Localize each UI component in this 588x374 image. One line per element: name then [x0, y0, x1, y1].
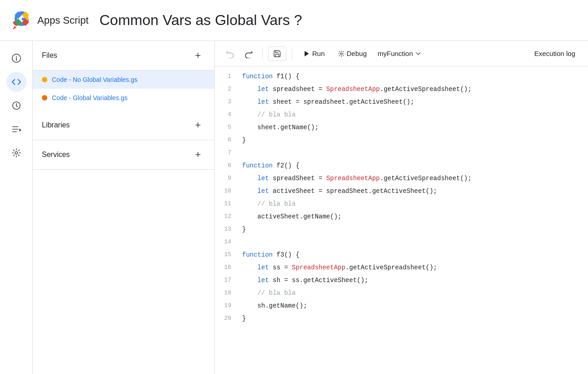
main-layout: Files + Code - No Global Variables.gs Co…	[0, 41, 588, 374]
file-item-global[interactable]: Code - Global Variables.gs	[33, 89, 214, 107]
code-line: 6}	[215, 134, 588, 147]
line-number: 11	[215, 197, 238, 210]
code-line: 10 let activeSheet = spreadSheet.getActi…	[215, 185, 588, 197]
code-line: 9 let spreadSheet = SpreadsheetApp.getAc…	[215, 172, 588, 185]
line-content: let ss = SpreadsheetApp.getActiveSpreads…	[238, 261, 588, 274]
file-dot-orange	[42, 95, 47, 101]
add-library-button[interactable]: +	[191, 118, 205, 132]
code-line: 13}	[215, 223, 588, 236]
libraries-section-header: Libraries +	[33, 111, 214, 140]
line-content: sh.getName();	[238, 299, 588, 312]
line-number: 1	[215, 70, 238, 83]
code-line: 5 sheet.getName();	[215, 121, 588, 134]
debug-button[interactable]: Debug	[332, 47, 372, 60]
file-item-no-global[interactable]: Code - No Global Variables.gs	[33, 71, 214, 89]
code-line: 1function f1() {	[215, 70, 588, 83]
logo-area: Apps Script	[11, 10, 89, 31]
line-content: // bla bla	[238, 108, 588, 121]
line-number: 12	[215, 210, 238, 223]
code-line: 17 let sh = ss.getActiveSheet();	[215, 274, 588, 287]
line-number: 13	[215, 223, 238, 236]
line-content: function f3() {	[238, 248, 588, 261]
code-line: 8function f2() {	[215, 159, 588, 172]
code-line: 11 // bla bla	[215, 197, 588, 210]
code-editor[interactable]: 1function f1() {2 let spreadsheet = Spre…	[215, 66, 588, 374]
redo-button[interactable]	[240, 46, 257, 61]
line-number: 7	[215, 147, 238, 159]
line-content: let sh = ss.getActiveSheet();	[238, 274, 588, 287]
line-number: 6	[215, 134, 238, 147]
execution-log-button[interactable]: Execution log	[529, 47, 581, 60]
toolbar-divider-2	[292, 48, 292, 59]
line-number: 8	[215, 159, 238, 172]
save-button[interactable]	[268, 46, 286, 61]
line-number: 2	[215, 83, 238, 96]
add-service-button[interactable]: +	[191, 147, 205, 162]
editor-toolbar: Run Debug myFunction Execution log	[215, 41, 588, 66]
line-content: let sheet = spreadsheet.getActiveSheet()…	[238, 96, 588, 108]
code-line: 2 let spreadsheet = SpreadsheetApp.getAc…	[215, 83, 588, 96]
add-file-button[interactable]: +	[191, 48, 205, 63]
line-number: 19	[215, 299, 238, 312]
line-number: 3	[215, 96, 238, 108]
function-selector[interactable]: myFunction	[374, 47, 426, 60]
line-content: }	[238, 312, 588, 325]
code-line: 20}	[215, 312, 588, 325]
file-name-no-global: Code - No Global Variables.gs	[52, 76, 137, 83]
code-line: 7	[215, 147, 588, 159]
info-sidebar-icon[interactable]	[6, 48, 26, 68]
line-number: 16	[215, 261, 238, 274]
line-content: function f1() {	[238, 70, 588, 83]
apps-script-logo	[11, 10, 33, 31]
line-number: 4	[215, 108, 238, 121]
svg-point-14	[15, 152, 18, 154]
svg-point-8	[15, 56, 16, 57]
line-number: 15	[215, 248, 238, 261]
triggers-sidebar-icon[interactable]	[6, 96, 26, 116]
svg-marker-13	[19, 128, 21, 131]
undo-button[interactable]	[222, 46, 238, 61]
settings-sidebar-icon[interactable]	[6, 143, 26, 163]
code-line: 14	[215, 236, 588, 248]
line-number: 17	[215, 274, 238, 287]
line-content: sheet.getName();	[238, 121, 588, 134]
line-content: // bla bla	[238, 197, 588, 210]
run-label: Run	[312, 50, 325, 57]
line-content: function f2() {	[238, 159, 588, 172]
debug-label: Debug	[347, 50, 367, 57]
code-line: 15function f3() {	[215, 248, 588, 261]
function-name: myFunction	[378, 50, 413, 57]
libraries-section-title: Libraries	[42, 121, 70, 129]
line-content: }	[238, 134, 588, 147]
line-content: activeSheet.getName();	[238, 210, 588, 223]
svg-marker-15	[304, 51, 309, 56]
files-section-title: Files	[42, 51, 57, 60]
code-line: 18 // bla bla	[215, 287, 588, 299]
code-line: 19 sh.getName();	[215, 299, 588, 312]
project-title: Common Vars as Global Vars ?	[100, 12, 302, 29]
code-line: 4 // bla bla	[215, 108, 588, 121]
executions-sidebar-icon[interactable]	[6, 119, 26, 139]
header: Apps Script Common Vars as Global Vars ?	[0, 0, 588, 41]
icon-sidebar	[0, 41, 33, 374]
toolbar-divider-1	[262, 48, 263, 59]
code-line: 16 let ss = SpreadsheetApp.getActiveSpre…	[215, 261, 588, 274]
app-title: Apps Script	[37, 15, 89, 26]
line-number: 9	[215, 172, 238, 185]
line-number: 5	[215, 121, 238, 134]
code-line: 3 let sheet = spreadsheet.getActiveSheet…	[215, 96, 588, 108]
files-sidebar: Files + Code - No Global Variables.gs Co…	[33, 41, 215, 374]
line-number: 14	[215, 236, 238, 248]
services-section-header: Services +	[33, 140, 214, 170]
line-content: let spreadSheet = SpreadsheetApp.getActi…	[238, 172, 588, 185]
line-number: 20	[215, 312, 238, 325]
run-button[interactable]: Run	[298, 47, 330, 60]
services-section-title: Services	[42, 151, 70, 159]
editor-area: Run Debug myFunction Execution log 1func…	[215, 41, 588, 374]
line-content: let spreadsheet = SpreadsheetApp.getActi…	[238, 83, 588, 96]
line-content: }	[238, 223, 588, 236]
code-line: 12 activeSheet.getName();	[215, 210, 588, 223]
editor-sidebar-icon[interactable]	[6, 72, 26, 92]
svg-marker-1	[13, 26, 16, 30]
files-section-header: Files +	[33, 41, 214, 71]
